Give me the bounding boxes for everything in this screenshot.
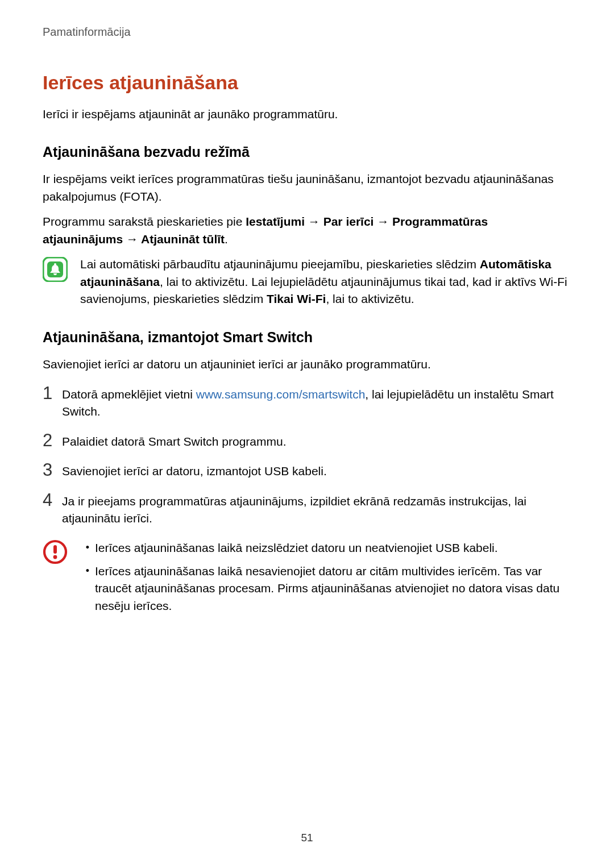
step-4: 4 Ja ir pieejams programmatūras atjaunin… <box>43 493 571 528</box>
page-number: 51 <box>0 832 614 844</box>
step-text: Palaidiet datorā Smart Switch programmu. <box>62 433 571 450</box>
warning-bullet-1: • Ierīces atjaunināšanas laikā neizslēdz… <box>80 539 571 556</box>
svg-point-5 <box>53 555 57 559</box>
warning-callout: • Ierīces atjaunināšanas laikā neizslēdz… <box>43 539 571 620</box>
callout-d: Tikai Wi-Fi <box>267 292 326 305</box>
step-3: 3 Savienojiet ierīci ar datoru, izmantoj… <box>43 463 571 480</box>
callout-a: Lai automātiski pārbaudītu atjauninājumu… <box>80 258 480 271</box>
bullet-text: Ierīces atjaunināšanas laikā nesavienoji… <box>95 563 571 614</box>
info-callout: Lai automātiski pārbaudītu atjauninājumu… <box>43 256 571 308</box>
step-text: Ja ir pieejams programmatūras atjaunināj… <box>62 493 571 528</box>
info-callout-text: Lai automātiski pārbaudītu atjauninājumu… <box>80 256 571 308</box>
step1-a: Datorā apmeklējiet vietni <box>62 388 196 401</box>
page-title: Ierīces atjaunināšana <box>43 72 571 94</box>
section1-p2-a: Programmu sarakstā pieskarieties pie <box>43 215 246 228</box>
step-text: Datorā apmeklējiet vietni www.samsung.co… <box>62 386 571 421</box>
bell-icon <box>43 257 68 282</box>
section1-p1: Ir iespējams veikt ierīces programmatūra… <box>43 171 571 205</box>
bullet-dot-icon: • <box>80 539 95 556</box>
bullet-dot-icon: • <box>80 563 95 614</box>
step-number: 4 <box>43 491 62 509</box>
step-text: Savienojiet ierīci ar datoru, izmantojot… <box>62 463 571 480</box>
svg-rect-4 <box>53 545 57 554</box>
step-1: 1 Datorā apmeklējiet vietni www.samsung.… <box>43 386 571 421</box>
svg-point-2 <box>54 263 56 265</box>
warning-icon <box>43 539 68 564</box>
step-number: 2 <box>43 431 62 449</box>
step-number: 1 <box>43 384 62 402</box>
intro-text: Ierīci ir iespējams atjaunināt ar jaunāk… <box>43 106 571 122</box>
warning-content: • Ierīces atjaunināšanas laikā neizslēdz… <box>80 539 571 620</box>
section-smartswitch-title: Atjaunināšana, izmantojot Smart Switch <box>43 329 571 346</box>
warning-bullet-2: • Ierīces atjaunināšanas laikā nesavieno… <box>80 563 571 614</box>
section2-p1: Savienojiet ierīci ar datoru un atjaunin… <box>43 356 571 373</box>
section-wireless-title: Atjaunināšana bezvadu režīmā <box>43 144 571 160</box>
callout-e: , lai to aktivizētu. <box>326 292 414 305</box>
section1-p2-c: . <box>225 232 228 246</box>
step-2: 2 Palaidiet datorā Smart Switch programm… <box>43 433 571 450</box>
bullet-text: Ierīces atjaunināšanas laikā neizslēdzie… <box>95 539 498 556</box>
page-header: Pamatinformācija <box>43 26 571 39</box>
smartswitch-link[interactable]: www.samsung.com/smartswitch <box>196 388 366 401</box>
section1-p2: Programmu sarakstā pieskarieties pie Ies… <box>43 213 571 248</box>
step-number: 3 <box>43 461 62 479</box>
